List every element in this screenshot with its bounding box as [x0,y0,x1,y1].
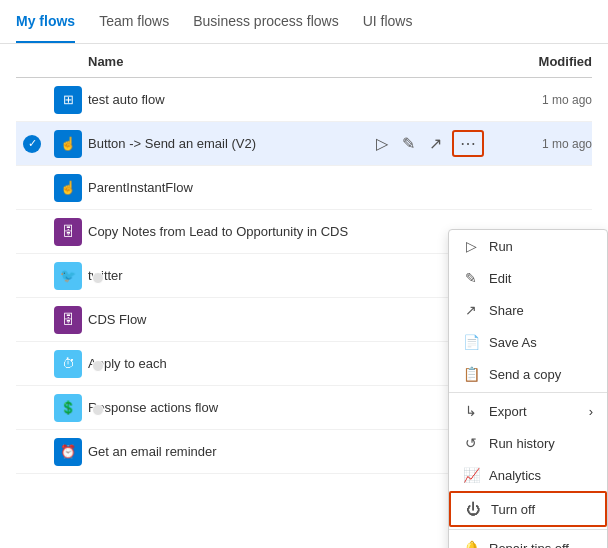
row-icon-cell: ⏱ [48,350,88,378]
row-name: Get an email reminder [88,444,492,459]
menu-label: Run [489,239,513,254]
disabled-badge [92,360,104,372]
edit-button[interactable]: ✎ [398,132,419,155]
menu-label: Save As [489,335,537,350]
menu-item-analytics[interactable]: 📈 Analytics [449,459,607,491]
nav-my-flows[interactable]: My flows [16,1,75,43]
row-icon-cell: 💲 [48,394,88,422]
flow-icon: 💲 [54,394,82,422]
run-button[interactable]: ▷ [372,132,392,155]
top-nav: My flows Team flows Business process flo… [0,0,608,44]
menu-item-repair-tips-off[interactable]: 🔔 Repair tips off [449,532,607,548]
row-modified: 1 mo ago [492,93,592,107]
share-button[interactable]: ↗ [425,132,446,155]
menu-label: Edit [489,271,511,286]
table-header: Name Modified [16,44,592,78]
row-check[interactable]: ✓ [16,135,48,153]
disabled-badge [92,272,104,284]
menu-item-turn-off[interactable]: ⏻ Turn off [449,491,607,527]
menu-icon: ▷ [463,238,479,254]
row-icon-cell: 🗄 [48,306,88,334]
menu-label: Turn off [491,502,535,517]
menu-label: Share [489,303,524,318]
table-row[interactable]: ⊞ test auto flow 1 mo ago [16,78,592,122]
menu-icon: ⏻ [465,501,481,517]
row-icon-cell: ⏰ [48,438,88,466]
nav-business-process-flows[interactable]: Business process flows [193,1,339,43]
menu-label: Send a copy [489,367,561,382]
more-options-button[interactable]: ⋯ [452,130,484,157]
row-name: Response actions flow [88,400,492,415]
nav-team-flows[interactable]: Team flows [99,1,169,43]
flows-table: Name Modified ⊞ test auto flow 1 mo ago … [0,44,608,474]
row-name: ParentInstantFlow [88,180,492,195]
menu-icon: 📈 [463,467,479,483]
menu-item-run[interactable]: ▷ Run [449,230,607,262]
flow-icon: ⏱ [54,350,82,378]
row-name: Apply to each [88,356,492,371]
menu-label: Analytics [489,468,541,483]
flow-icon: 🗄 [54,218,82,246]
submenu-arrow: › [589,404,593,419]
menu-item-save-as[interactable]: 📄 Save As [449,326,607,358]
row-name: twitter [88,268,492,283]
menu-icon: ↺ [463,435,479,451]
row-icon-cell: ⊞ [48,86,88,114]
header-name: Name [88,54,492,69]
table-row[interactable]: ☝ ParentInstantFlow [16,166,592,210]
menu-icon: ↗ [463,302,479,318]
context-menu: ▷ Run ✎ Edit ↗ Share 📄 Save As 📋 Send a … [448,229,608,548]
menu-divider [449,529,607,530]
menu-icon: 📄 [463,334,479,350]
flow-icon: ☝ [54,130,82,158]
row-icon-cell: 🗄 [48,218,88,246]
nav-ui-flows[interactable]: UI flows [363,1,413,43]
flow-icon: ⏰ [54,438,82,466]
row-action-buttons: ▷ ✎ ↗ ⋯ [372,130,484,157]
row-icon-cell: ☝ [48,174,88,202]
menu-item-export[interactable]: ↳ Export › [449,395,607,427]
header-modified: Modified [492,54,592,69]
menu-divider [449,392,607,393]
menu-item-edit[interactable]: ✎ Edit [449,262,607,294]
disabled-badge [92,404,104,416]
row-name: test auto flow [88,92,492,107]
row-icon-cell: ☝ [48,130,88,158]
row-modified: 1 mo ago [492,137,592,151]
menu-label: Repair tips off [489,541,569,549]
menu-label: Export [489,404,527,419]
row-selected-check: ✓ [23,135,41,153]
menu-icon: 📋 [463,366,479,382]
flow-icon: ☝ [54,174,82,202]
flow-icon: ⊞ [54,86,82,114]
menu-label: Run history [489,436,555,451]
menu-icon: ↳ [463,403,479,419]
menu-icon: ✎ [463,270,479,286]
menu-item-share[interactable]: ↗ Share [449,294,607,326]
row-name: Button -> Send an email (V2) [88,136,372,151]
flow-icon: 🐦 [54,262,82,290]
menu-item-send-a-copy[interactable]: 📋 Send a copy [449,358,607,390]
row-icon-cell: 🐦 [48,262,88,290]
table-row[interactable]: ✓ ☝ Button -> Send an email (V2) ▷ ✎ ↗ ⋯… [16,122,592,166]
flow-icon: 🗄 [54,306,82,334]
row-name: CDS Flow [88,312,492,327]
menu-item-run-history[interactable]: ↺ Run history [449,427,607,459]
menu-icon: 🔔 [463,540,479,548]
row-name: Copy Notes from Lead to Opportunity in C… [88,224,492,239]
